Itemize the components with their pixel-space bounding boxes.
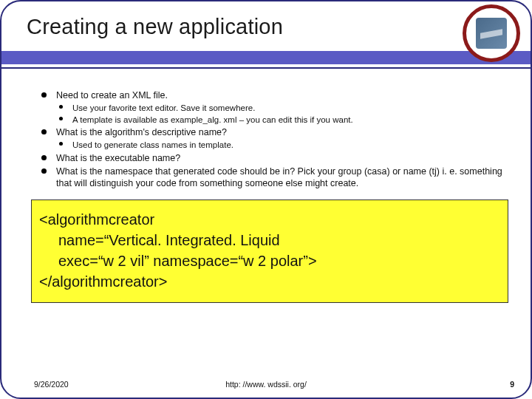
footer-date: 9/26/2020 bbox=[34, 380, 69, 389]
content-body: Need to create an XML file. Use your fav… bbox=[1, 69, 531, 189]
title-divider bbox=[1, 51, 531, 69]
sub-item: A template is available as example_alg. … bbox=[59, 115, 505, 126]
title-area: Creating a new application bbox=[1, 1, 531, 47]
slide-footer: 9/26/2020 http: //www. wdssii. org/ 9 bbox=[1, 380, 531, 389]
bullet-list: Need to create an XML file. Use your fav… bbox=[41, 89, 505, 189]
bullet-text: What is the namespace that generated cod… bbox=[56, 166, 502, 188]
code-line: </algorithmcreator> bbox=[39, 274, 500, 289]
sub-list: Use your favorite text editor. Save it s… bbox=[59, 103, 505, 125]
sub-list: Used to generate class names in template… bbox=[59, 140, 505, 151]
bullet-text: Need to create an XML file. bbox=[56, 90, 168, 100]
slide-title: Creating a new application bbox=[27, 15, 449, 39]
logo-inner-icon bbox=[476, 18, 507, 49]
purple-band bbox=[1, 51, 531, 64]
code-line: <algorithmcreator bbox=[39, 212, 500, 227]
footer-page-number: 9 bbox=[510, 380, 514, 389]
bullet-item: Need to create an XML file. Use your fav… bbox=[41, 89, 505, 125]
bullet-item: What is the algorithm's descriptive name… bbox=[41, 126, 505, 151]
sub-item: Use your favorite text editor. Save it s… bbox=[59, 103, 505, 114]
code-line: name=“Vertical. Integrated. Liquid bbox=[39, 233, 500, 248]
logo-ring bbox=[463, 4, 520, 62]
bullet-text: What is the algorithm's descriptive name… bbox=[56, 127, 227, 137]
bullet-item: What is the executable name? bbox=[41, 152, 505, 164]
code-line: exec=“w 2 vil” namespace=“w 2 polar”> bbox=[39, 253, 500, 268]
footer-url: http: //www. wdssii. org/ bbox=[225, 380, 307, 389]
bullet-item: What is the namespace that generated cod… bbox=[41, 166, 505, 189]
code-box: <algorithmcreator name=“Vertical. Integr… bbox=[31, 200, 508, 303]
sub-item: Used to generate class names in template… bbox=[59, 140, 505, 151]
bullet-text: What is the executable name? bbox=[56, 153, 180, 163]
slide: Creating a new application Need to creat… bbox=[0, 0, 532, 399]
nssl-logo bbox=[463, 4, 520, 62]
